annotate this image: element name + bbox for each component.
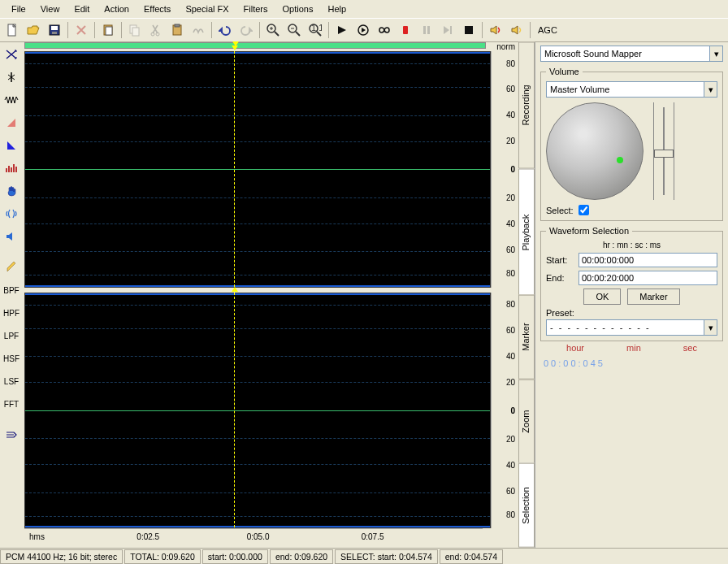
chevron-down-icon[interactable]: ▾ [709,46,722,61]
time-tick: 0:02.5 [136,532,159,541]
clock-hour-label: hour [566,343,584,353]
menu-action[interactable]: Action [98,2,136,16]
svg-rect-25 [427,26,430,34]
tool-lsf[interactable]: LSF [2,372,20,390]
menu-file[interactable]: File [5,2,32,16]
loop-infinite-icon[interactable] [375,20,394,40]
overview-strip[interactable] [24,42,486,49]
tool-pencil-icon[interactable] [2,258,20,276]
tool-align-icon[interactable] [2,68,20,86]
svg-rect-33 [15,167,17,172]
tool-hand-icon[interactable] [2,182,20,200]
paste-icon[interactable] [167,20,187,40]
menu-effects[interactable]: Effects [137,2,177,16]
record-icon[interactable] [396,20,415,40]
volume-legend: Volume [546,67,583,76]
tool-speaker-icon[interactable] [2,228,20,245]
svg-rect-23 [403,26,408,34]
amplitude-scale-bottom: 80 60 40 20 0 20 40 60 80 [491,293,518,529]
stop-icon[interactable] [459,20,479,40]
tool-lpf[interactable]: LPF [2,327,20,345]
status-format: PCM 44100 Hz; 16 bit; sterec [0,549,123,564]
status-end: end: 0:09.620 [270,549,333,564]
preset-value: - - - - - - - - - - - - [547,323,704,332]
status-select-end: end: 0:04.574 [440,549,503,564]
zoom-fit-icon[interactable]: 1:1 [306,20,325,40]
delete-icon [72,20,91,40]
tool-bars-icon[interactable] [2,159,20,177]
tool-fadein-icon[interactable] [2,114,20,132]
sound-device-dropdown[interactable]: Microsoft Sound Mapper ▾ [540,46,723,62]
svg-rect-7 [132,28,139,36]
menu-view[interactable]: View [34,2,67,16]
sound-device-value: Microsoft Sound Mapper [541,49,709,59]
menubar: File View Edit Action Effects Special FX… [0,0,728,18]
speaker-right-icon[interactable] [507,20,526,40]
tool-crossfade-icon[interactable] [2,46,20,63]
volume-select-checkbox[interactable] [578,205,589,215]
clipboard-paste-special-icon[interactable] [98,20,118,40]
start-time-input[interactable] [578,253,717,267]
menu-filters[interactable]: Filters [237,2,275,16]
start-label: Start: [546,255,575,265]
tool-arrow-icon[interactable] [2,426,20,444]
speaker-left-icon[interactable] [486,20,505,40]
clock-min-label: min [626,343,641,353]
volume-channel-dropdown[interactable]: Master Volume ▾ [546,81,717,98]
tab-selection[interactable]: Selection [518,463,535,548]
next-icon [438,20,457,40]
chevron-down-icon[interactable]: ▾ [704,82,717,97]
waveform-left-channel[interactable] [24,51,491,288]
volume-knob[interactable] [546,102,644,200]
tool-fft[interactable]: FFT [2,395,20,413]
zoom-in-icon[interactable] [263,20,283,40]
clock-digits: 00:00:045 [544,358,605,368]
tab-recording[interactable]: Recording [518,42,535,169]
menu-help[interactable]: Help [321,2,353,16]
time-axis[interactable]: hms 0:02.5 0:05.0 0:07.5 [24,528,483,548]
tab-zoom[interactable]: Zoom [518,380,535,464]
waveform-right-channel[interactable] [24,293,491,529]
tool-hsf[interactable]: HSF [2,349,20,367]
redo-icon [236,20,256,40]
clock-sec-label: sec [683,343,697,353]
ok-button[interactable]: OK [583,289,621,305]
volume-group: Volume Master Volume ▾ Select: [540,67,723,221]
status-start: start: 0:00.000 [202,549,268,564]
marker-button[interactable]: Marker [627,289,679,305]
open-icon[interactable] [24,20,43,40]
tab-playback[interactable]: Playback [518,169,535,296]
new-icon[interactable] [2,20,22,40]
chevron-down-icon[interactable]: ▾ [704,320,717,335]
tool-waveform-icon[interactable] [2,91,20,109]
play-icon[interactable] [332,20,352,40]
tool-bpf[interactable]: BPF [2,281,20,299]
end-label: End: [546,273,575,283]
svg-rect-3 [52,32,57,34]
cut-icon [146,20,166,40]
undo-icon[interactable] [215,20,235,40]
svg-rect-30 [8,166,10,172]
volume-slider[interactable] [653,102,674,200]
status-total: TOTAL: 0:09.620 [124,549,201,564]
tool-fadeout-icon[interactable] [2,137,20,154]
preset-label: Preset: [546,308,717,318]
tool-echo-icon[interactable] [2,205,20,223]
menu-options[interactable]: Options [276,2,320,16]
tool-hpf[interactable]: HPF [2,304,20,322]
menu-edit[interactable]: Edit [67,2,96,16]
right-panel: Microsoft Sound Mapper ▾ Volume Master V… [535,42,728,548]
end-time-input[interactable] [578,271,717,285]
time-axis-unit: hms [29,532,45,541]
pause-icon [417,20,436,40]
zoom-out-icon[interactable] [284,20,304,40]
svg-text:1:1: 1:1 [311,24,322,33]
play-loop-icon[interactable] [353,20,373,40]
save-icon[interactable] [45,20,64,40]
agc-button[interactable]: AGC [534,20,561,40]
preset-dropdown[interactable]: - - - - - - - - - - - - ▾ [546,319,717,336]
tab-marker[interactable]: Marker [518,295,535,380]
svg-line-13 [275,32,279,36]
mix-icon [188,20,208,40]
menu-specialfx[interactable]: Special FX [179,2,235,16]
